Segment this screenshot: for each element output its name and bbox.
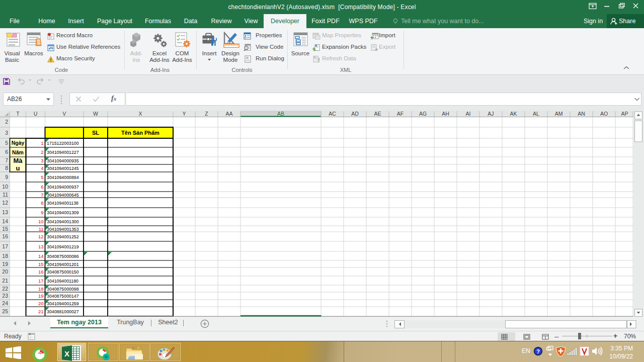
svg-text:21: 21 xyxy=(38,309,44,314)
svg-text:19: 19 xyxy=(2,261,8,267)
svg-text:U: U xyxy=(34,111,38,117)
svg-text:Tên Sản Phẩm: Tên Sản Phẩm xyxy=(121,130,159,136)
svg-text:3041094001180: 3041094001180 xyxy=(47,279,78,284)
svg-text:3040875000086: 3040875000086 xyxy=(47,254,79,259)
svg-text:3041094000937: 3041094000937 xyxy=(47,185,79,190)
svg-text:10: 10 xyxy=(38,219,44,224)
svg-text:17: 17 xyxy=(38,278,44,284)
svg-text:2: 2 xyxy=(5,119,8,125)
svg-text:18: 18 xyxy=(38,286,44,292)
svg-text:2: 2 xyxy=(41,149,43,155)
svg-text:3041094001259: 3041094001259 xyxy=(47,301,79,306)
svg-text:7: 7 xyxy=(5,157,8,163)
svg-text:9: 9 xyxy=(5,174,8,180)
svg-text:AN: AN xyxy=(578,111,585,117)
svg-text:AK: AK xyxy=(510,111,517,117)
svg-text:18: 18 xyxy=(2,253,8,259)
svg-text:9: 9 xyxy=(41,210,43,215)
svg-text:20: 20 xyxy=(2,268,8,275)
svg-text:15: 15 xyxy=(38,261,44,267)
svg-text:3040881000027: 3040881000027 xyxy=(47,309,79,314)
svg-text:5: 5 xyxy=(41,174,43,180)
svg-text:6: 6 xyxy=(41,184,43,190)
svg-text:19: 19 xyxy=(38,293,44,299)
svg-text:11: 11 xyxy=(3,192,8,198)
svg-text:AF: AF xyxy=(397,111,404,117)
svg-text:V: V xyxy=(62,111,66,117)
svg-text:12: 12 xyxy=(2,200,8,206)
svg-text:8: 8 xyxy=(5,165,8,171)
svg-text:3: 3 xyxy=(5,130,8,136)
svg-text:3040875000150: 3040875000150 xyxy=(47,269,79,275)
svg-text:4: 4 xyxy=(41,165,43,171)
svg-text:16: 16 xyxy=(2,233,8,239)
svg-text:AJ: AJ xyxy=(488,111,494,117)
svg-text:Năm: Năm xyxy=(12,149,24,155)
svg-text:22: 22 xyxy=(2,286,8,292)
svg-text:Y: Y xyxy=(182,111,186,117)
svg-text:u: u xyxy=(16,164,20,172)
svg-text:X: X xyxy=(64,349,69,358)
svg-text:AL: AL xyxy=(533,111,539,117)
svg-text:3041094001245: 3041094001245 xyxy=(47,166,79,171)
svg-text:14: 14 xyxy=(38,253,44,259)
svg-text:T: T xyxy=(16,111,20,117)
svg-text:1: 1 xyxy=(41,140,43,146)
svg-text:10: 10 xyxy=(2,184,8,190)
svg-text:AA: AA xyxy=(225,111,232,117)
svg-text:11: 11 xyxy=(39,226,44,232)
svg-text:Z: Z xyxy=(205,111,208,117)
svg-text:23: 23 xyxy=(2,293,8,299)
svg-text:12: 12 xyxy=(38,234,44,239)
svg-text:3040875000098: 3040875000098 xyxy=(47,287,79,292)
svg-text:AH: AH xyxy=(442,111,449,117)
svg-text:AI: AI xyxy=(466,111,471,117)
svg-text:AM: AM xyxy=(555,111,563,117)
svg-text:AB: AB xyxy=(277,111,284,117)
svg-text:3: 3 xyxy=(41,158,43,163)
svg-text:25: 25 xyxy=(2,308,8,314)
svg-text:3041094001353: 3041094001353 xyxy=(47,227,79,232)
svg-text:3041094001309: 3041094001309 xyxy=(47,210,79,215)
svg-text:8: 8 xyxy=(41,200,43,206)
svg-text:AE: AE xyxy=(374,111,381,117)
svg-text:14: 14 xyxy=(2,218,8,224)
svg-text:1715122003100: 1715122003100 xyxy=(47,141,79,146)
svg-text:W: W xyxy=(93,111,98,117)
svg-text:X: X xyxy=(138,111,142,117)
svg-text:3041094001227: 3041094001227 xyxy=(47,150,79,155)
svg-text:6: 6 xyxy=(5,149,8,155)
svg-text:3041094001201: 3041094001201 xyxy=(47,262,79,267)
svg-text:?: ? xyxy=(536,348,540,354)
svg-text:AO: AO xyxy=(600,111,608,117)
svg-text:24: 24 xyxy=(2,300,8,306)
svg-text:3041094001300: 3041094001300 xyxy=(47,219,79,224)
svg-text:3041094000935: 3041094000935 xyxy=(47,158,79,163)
svg-text:20: 20 xyxy=(38,301,44,306)
svg-text:3041094001138: 3041094001138 xyxy=(47,201,78,206)
svg-text:13: 13 xyxy=(2,209,8,215)
svg-text:16: 16 xyxy=(38,269,44,275)
svg-text:3041094000894: 3041094000894 xyxy=(47,175,79,180)
svg-text:AG: AG xyxy=(419,111,427,117)
svg-text:AC: AC xyxy=(329,111,336,117)
svg-text:SL: SL xyxy=(92,130,99,136)
svg-text:Mà: Mà xyxy=(13,157,23,164)
svg-text:7: 7 xyxy=(41,192,43,198)
svg-text:3041094000645: 3041094000645 xyxy=(47,193,79,198)
svg-text:Ngày: Ngày xyxy=(12,140,25,146)
svg-text:5: 5 xyxy=(5,140,8,146)
svg-text:3041094001252: 3041094001252 xyxy=(47,234,79,239)
svg-text:3041094001219: 3041094001219 xyxy=(47,244,79,249)
svg-text:3040875000147: 3040875000147 xyxy=(47,294,79,299)
svg-text:21: 21 xyxy=(2,278,8,284)
svg-text:AP: AP xyxy=(621,111,628,117)
svg-text:AD: AD xyxy=(351,111,359,117)
svg-text:13: 13 xyxy=(38,244,44,249)
svg-text:17: 17 xyxy=(2,243,8,249)
svg-text:15: 15 xyxy=(2,226,8,232)
